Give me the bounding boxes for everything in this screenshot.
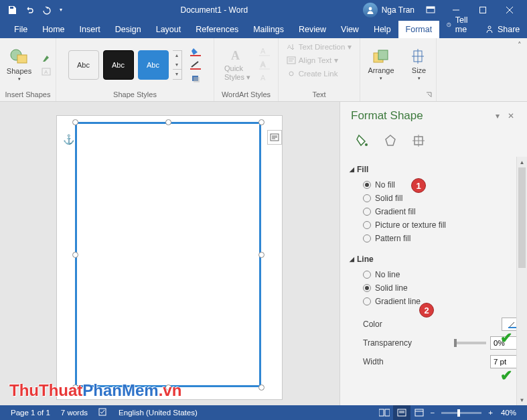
shape-style-2[interactable]: Abc	[103, 50, 134, 80]
pane-tab-fill-line[interactable]	[354, 133, 371, 150]
section-line[interactable]: ◢Line	[350, 255, 526, 264]
document-pane[interactable]: ⚓	[0, 102, 340, 405]
resize-handle-ne[interactable]	[258, 119, 265, 125]
shapes-button[interactable]: Shapes ▾	[3, 43, 35, 87]
tab-design[interactable]: Design	[108, 21, 149, 38]
shape-outline-icon[interactable]	[189, 59, 202, 71]
shape-style-3[interactable]: Abc	[138, 50, 169, 80]
size-button[interactable]: Size ▾	[403, 43, 435, 87]
text-outline-icon: A	[258, 59, 271, 71]
view-web-layout-icon[interactable]	[410, 405, 428, 420]
shape-style-1[interactable]: Abc	[68, 50, 99, 80]
window-title: Document1 - Word	[66, 5, 363, 15]
resize-handle-nw[interactable]	[72, 119, 78, 125]
scroll-down-icon[interactable]: ▼	[517, 395, 527, 405]
size-launcher-icon[interactable]	[425, 92, 433, 100]
ribbon: Shapes ▾ A Insert Shapes Abc Abc Abc ▴▾▾…	[0, 38, 527, 102]
svg-rect-2	[427, 7, 435, 9]
tab-review[interactable]: Review	[291, 21, 333, 38]
selected-shape-rectangle[interactable]	[75, 122, 261, 387]
text-effects-icon: A	[258, 72, 271, 84]
status-language[interactable]: English (United States)	[113, 409, 203, 417]
tab-layout[interactable]: Layout	[149, 21, 189, 38]
scroll-up-icon[interactable]: ▲	[517, 157, 527, 167]
shapes-label: Shapes	[7, 67, 31, 75]
svg-rect-30	[378, 50, 388, 60]
tab-format[interactable]: Format	[398, 21, 440, 38]
group-label-insert-shapes: Insert Shapes	[4, 89, 52, 101]
svg-rect-23	[259, 68, 270, 70]
status-page[interactable]: Page 1 of 1	[5, 409, 56, 417]
group-label-text: Text	[283, 89, 356, 101]
undo-icon[interactable]	[21, 2, 37, 18]
collapse-ribbon-icon[interactable]: ˄	[518, 41, 522, 50]
zoom-out-icon[interactable]: −	[428, 409, 438, 417]
radio-no-fill[interactable]: No fill	[350, 178, 526, 192]
transparency-slider[interactable]	[455, 342, 486, 344]
tab-help[interactable]: Help	[366, 21, 398, 38]
ribbon-tabs: File Home Insert Design Layout Reference…	[0, 19, 527, 38]
user-name[interactable]: Nga Tran	[382, 5, 415, 15]
radio-solid-fill[interactable]: Solid fill	[350, 192, 526, 205]
svg-rect-15	[190, 55, 201, 56]
radio-no-line[interactable]: No line	[350, 268, 526, 281]
radio-gradient-fill[interactable]: Gradient fill	[350, 205, 526, 218]
svg-rect-50	[415, 409, 423, 416]
watermark: ThuThuatPhanMem.vn	[9, 381, 181, 400]
resize-handle-w[interactable]	[72, 252, 78, 258]
view-print-layout-icon[interactable]	[393, 405, 410, 420]
tab-file[interactable]: File	[7, 21, 35, 38]
tab-references[interactable]: References	[188, 21, 246, 38]
zoom-slider[interactable]	[441, 412, 481, 414]
pane-tab-effects[interactable]	[382, 133, 399, 150]
svg-rect-18	[194, 77, 200, 82]
status-words[interactable]: 7 words	[56, 409, 93, 417]
tab-home[interactable]: Home	[35, 21, 72, 38]
tab-mailings[interactable]: Mailings	[246, 21, 291, 38]
edit-shape-icon[interactable]	[40, 52, 53, 64]
radio-icon	[363, 234, 371, 242]
save-icon[interactable]	[4, 2, 20, 18]
shape-fill-icon[interactable]	[189, 46, 202, 58]
radio-icon	[363, 208, 371, 216]
anchor-icon: ⚓	[63, 134, 74, 145]
shape-effects-icon[interactable]	[189, 72, 202, 84]
zoom-in-icon[interactable]: +	[485, 409, 496, 417]
arrange-button[interactable]: Arrange ▾	[365, 43, 397, 87]
tell-me[interactable]: Tell me	[439, 11, 478, 38]
draw-textbox-icon: A	[40, 66, 53, 78]
pane-scrollbar[interactable]: ▲ ▼	[516, 157, 527, 405]
width-input[interactable]	[491, 358, 516, 366]
layout-options-icon[interactable]	[267, 130, 282, 145]
share-button[interactable]: Share	[478, 21, 526, 38]
format-shape-pane: Format Shape ▾ ✕ ▲ ▼ ◢Fill No fill Solid…	[340, 102, 527, 405]
tab-view[interactable]: View	[333, 21, 366, 38]
close-button[interactable]	[496, 0, 523, 19]
radio-pattern-fill[interactable]: Pattern fill	[350, 232, 526, 245]
user-avatar[interactable]	[363, 3, 378, 17]
radio-gradient-line[interactable]: Gradient line	[350, 295, 526, 308]
group-text: AText Direction ▾ Align Text ▾ Create Li…	[279, 38, 360, 101]
svg-rect-26	[287, 57, 295, 64]
zoom-level[interactable]: 40%	[496, 409, 522, 417]
pane-tab-layout[interactable]	[410, 133, 427, 150]
tab-insert[interactable]: Insert	[72, 21, 108, 38]
resize-handle-e[interactable]	[258, 252, 265, 258]
scroll-thumb[interactable]	[518, 167, 526, 268]
pane-options-icon[interactable]: ▾	[491, 111, 504, 121]
quick-styles-button: A QuickStyles ▾	[222, 43, 254, 87]
group-wordart-styles: A QuickStyles ▾ A A A WordArt Styles	[214, 38, 279, 101]
status-spellcheck-icon[interactable]	[93, 407, 113, 418]
redo-icon[interactable]	[39, 2, 55, 18]
resize-handle-n[interactable]	[165, 119, 171, 125]
view-read-mode-icon[interactable]	[376, 405, 393, 420]
pane-close-icon[interactable]: ✕	[504, 111, 518, 121]
radio-solid-line[interactable]: Solid line	[350, 281, 526, 295]
section-fill[interactable]: ◢Fill	[350, 165, 526, 174]
qat-customize-icon[interactable]: ▾	[56, 2, 66, 18]
svg-rect-12	[17, 55, 27, 63]
resize-handle-se[interactable]	[258, 384, 265, 391]
shape-style-gallery-more[interactable]: ▴▾▾	[173, 50, 182, 80]
group-size: Size ▾	[402, 38, 437, 101]
radio-picture-fill[interactable]: Picture or texture fill	[350, 218, 526, 232]
